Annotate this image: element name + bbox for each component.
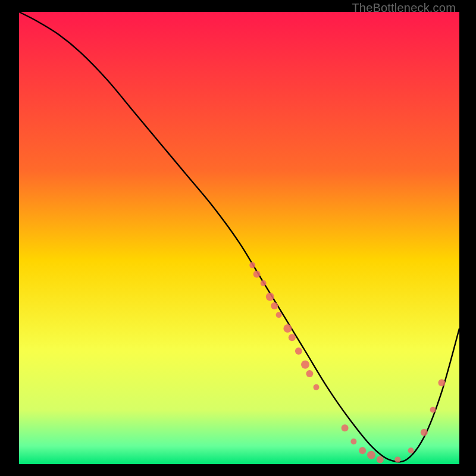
marker-dot <box>249 262 255 268</box>
marker-dot <box>350 439 356 444</box>
marker-dot <box>289 334 296 341</box>
marker-dot <box>367 451 375 459</box>
marker-dot <box>253 271 261 278</box>
marker-dot <box>301 361 309 369</box>
marker-dot <box>377 456 384 463</box>
plot-area <box>19 12 459 464</box>
gradient-background <box>19 12 459 464</box>
marker-dot <box>306 370 313 377</box>
marker-dot <box>408 447 414 453</box>
marker-dot <box>359 447 366 454</box>
marker-dot <box>342 424 349 431</box>
chart-svg <box>19 12 459 464</box>
marker-dot <box>271 302 278 309</box>
marker-dot <box>430 407 436 413</box>
marker-dot <box>276 312 282 318</box>
marker-dot <box>295 347 302 355</box>
chart-container: TheBottleneck.com <box>0 0 476 476</box>
marker-dot <box>261 280 267 286</box>
marker-dot <box>314 384 320 390</box>
marker-dot <box>266 293 274 301</box>
marker-dot <box>421 429 428 436</box>
marker-dot <box>283 324 292 333</box>
marker-dot <box>394 456 400 462</box>
marker-dot <box>438 379 445 386</box>
